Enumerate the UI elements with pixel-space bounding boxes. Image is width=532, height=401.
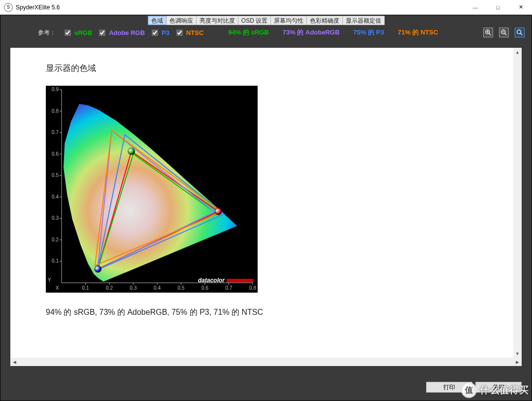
svg-text:0.3: 0.3 xyxy=(52,215,59,221)
zoom-fit-button[interactable] xyxy=(515,28,525,37)
tab-rating[interactable]: 显示器额定值 xyxy=(342,16,385,25)
app-icon: S xyxy=(4,3,13,12)
checkbox-srgb-input[interactable] xyxy=(65,30,71,36)
y-axis-label: Y xyxy=(48,277,51,283)
checkbox-srgb-text: sRGB xyxy=(74,29,92,36)
checkbox-ntsc-text: NTSC xyxy=(186,29,203,36)
svg-text:0.8: 0.8 xyxy=(52,108,59,114)
tab-osd[interactable]: OSD 设置 xyxy=(238,16,271,25)
checkbox-srgb[interactable]: sRGB xyxy=(63,28,92,37)
tab-uniformity[interactable]: 屏幕均匀性 xyxy=(270,16,307,25)
brand-mark: datacolor xyxy=(198,277,254,284)
checkbox-p3[interactable]: P3 xyxy=(150,28,169,37)
checkbox-adobergb[interactable]: Adobe RGB xyxy=(97,28,145,37)
svg-text:0.5: 0.5 xyxy=(178,285,185,291)
window-title: SpyderXElite 5.6 xyxy=(16,4,60,11)
gamut-summary: 94% 的 sRGB, 73% 的 AdobeRGB, 75% 的 P3, 71… xyxy=(46,307,522,318)
window-minimize-button[interactable]: — xyxy=(464,0,487,15)
checkbox-ntsc-input[interactable] xyxy=(176,30,183,36)
svg-point-7 xyxy=(517,30,521,34)
zoom-out-button[interactable] xyxy=(499,28,509,37)
stat-ntsc: 71% 的 NTSC xyxy=(398,28,438,37)
checkbox-ntsc[interactable]: NTSC xyxy=(174,28,203,37)
tab-accuracy[interactable]: 色彩精确度 xyxy=(306,16,343,25)
zoom-out-icon xyxy=(500,29,507,36)
brand-bar xyxy=(227,279,254,282)
svg-text:0.1: 0.1 xyxy=(82,285,89,291)
titlebar: S SpyderXElite 5.6 — □ ✕ xyxy=(0,0,532,15)
bottom-bar: 打印 关闭 xyxy=(0,374,532,401)
scroll-up-button[interactable]: ▲ xyxy=(513,48,522,56)
svg-text:0.1: 0.1 xyxy=(52,258,59,264)
svg-line-5 xyxy=(505,33,507,35)
svg-line-1 xyxy=(489,33,491,35)
checkbox-adobergb-input[interactable] xyxy=(99,30,105,36)
svg-text:0.4: 0.4 xyxy=(154,285,161,291)
scroll-right-button[interactable]: ▶ xyxy=(513,358,522,366)
svg-point-51 xyxy=(128,148,135,155)
app-body: 色域 色调响应 亮度与对比度 OSD 设置 屏幕均匀性 色彩精确度 显示器额定值… xyxy=(0,15,532,401)
tab-tone[interactable]: 色调响应 xyxy=(166,16,197,25)
svg-text:0.2: 0.2 xyxy=(106,285,113,291)
reference-label: 参考： xyxy=(38,29,56,37)
scroll-down-button[interactable]: ▼ xyxy=(513,349,522,358)
svg-text:0.8: 0.8 xyxy=(249,285,256,291)
horizontal-scrollbar[interactable]: ◀ ▶ xyxy=(10,358,522,366)
stat-srgb: 94% 的 sRGB xyxy=(228,28,268,37)
brand-text: datacolor xyxy=(198,277,225,284)
svg-text:0.4: 0.4 xyxy=(52,194,59,200)
svg-text:0.6: 0.6 xyxy=(201,285,208,291)
svg-text:0.5: 0.5 xyxy=(52,172,59,178)
stat-p3: 75% 的 P3 xyxy=(353,28,384,37)
zoom-fit-icon xyxy=(516,29,523,36)
checkbox-p3-text: P3 xyxy=(162,29,169,36)
gamut-chart-svg: 0.10.20.30.40.50.60.70.80.10.20.30.40.50… xyxy=(46,86,258,293)
svg-point-50 xyxy=(215,208,222,215)
svg-line-8 xyxy=(521,33,523,35)
zoom-in-icon xyxy=(485,29,492,36)
reference-bar: 参考： sRGB Adobe RGB P3 NTSC 94% 的 sRGB 73… xyxy=(0,25,532,40)
zoom-in-button[interactable] xyxy=(483,28,493,37)
checkbox-adobergb-text: Adobe RGB xyxy=(109,29,145,36)
svg-text:0.9: 0.9 xyxy=(52,87,59,92)
x-axis-label: X xyxy=(56,285,59,291)
svg-text:0.7: 0.7 xyxy=(52,130,59,135)
tab-gamut[interactable]: 色域 xyxy=(148,16,166,25)
tabstrip: 色域 色调响应 亮度与对比度 OSD 设置 屏幕均匀性 色彩精确度 显示器额定值 xyxy=(0,15,532,25)
print-button[interactable]: 打印 xyxy=(426,382,472,393)
scroll-left-button[interactable]: ◀ xyxy=(10,358,19,366)
checkbox-p3-input[interactable] xyxy=(152,30,158,36)
vertical-scrollbar[interactable]: ▲ ▼ xyxy=(513,48,522,358)
page-heading: 显示器的色域 xyxy=(46,63,522,74)
svg-text:0.6: 0.6 xyxy=(52,151,59,157)
window-close-button[interactable]: ✕ xyxy=(509,0,532,15)
svg-point-52 xyxy=(95,266,101,272)
document: 显示器的色域 0.10.20.30.40.50.60.70.80.10.20.3… xyxy=(10,48,522,318)
svg-text:0.2: 0.2 xyxy=(52,237,59,242)
svg-text:0.7: 0.7 xyxy=(226,285,233,291)
close-button[interactable]: 关闭 xyxy=(475,382,522,393)
stat-adobergb: 73% 的 AdobeRGB xyxy=(283,28,340,37)
content-frame: ▲ ▼ ◀ ▶ 显示器的色域 0.10.20.30.40.50.60.70.80… xyxy=(10,48,522,366)
tab-brightness[interactable]: 亮度与对比度 xyxy=(196,16,238,25)
gamut-chart: 0.10.20.30.40.50.60.70.80.10.20.30.40.50… xyxy=(46,86,258,293)
svg-text:0.3: 0.3 xyxy=(130,285,137,291)
window-maximize-button[interactable]: □ xyxy=(487,0,509,15)
